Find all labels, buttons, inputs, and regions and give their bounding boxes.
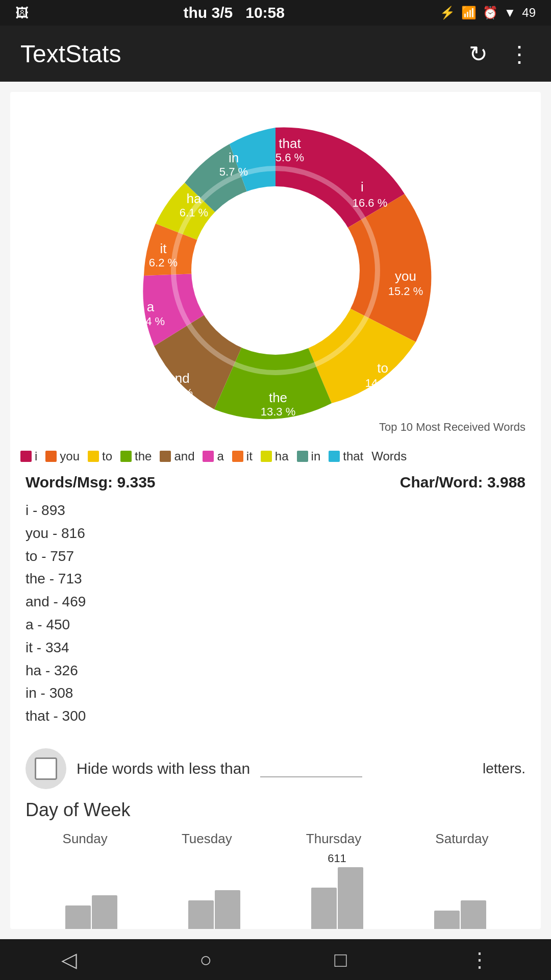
status-bar: 🖼 thu 3/5 10:58 ⚡ 📶 ⏰ ▼ 49 — [0, 0, 551, 26]
day-bars-container: 611 — [20, 852, 531, 929]
thursday-bar-1 — [311, 888, 337, 929]
thursday-bar-2 — [338, 867, 363, 929]
list-item: i - 893 — [26, 499, 525, 522]
label-you: you — [395, 268, 416, 284]
status-right: ⚡ 📶 ⏰ ▼ 49 — [440, 6, 536, 20]
label-i: i — [361, 179, 364, 194]
list-item: to - 757 — [26, 545, 525, 568]
legend-label-you: you — [60, 449, 80, 463]
day-labels: Sunday Tuesday Thursday Saturday — [20, 831, 531, 847]
legend-color-in — [297, 451, 308, 462]
sunday-bars — [31, 895, 152, 929]
day-of-week-title: Day of Week — [26, 799, 525, 821]
nav-more-button[interactable]: ⋮ — [469, 948, 490, 971]
legend-in: in — [297, 449, 321, 463]
hide-words-label: Hide words with less than — [77, 760, 250, 777]
tuesday-bar-1 — [188, 900, 214, 929]
legend-label-that: that — [343, 449, 363, 463]
legend-it: it — [232, 449, 253, 463]
legend-that: that — [329, 449, 363, 463]
wifi-icon: ▼ — [504, 6, 516, 20]
legend-color-it — [232, 451, 243, 462]
status-clock: 10:58 — [245, 4, 285, 21]
legend-the: the — [120, 449, 152, 463]
legend-color-ha — [261, 451, 272, 462]
refresh-button[interactable]: ↻ — [469, 41, 488, 67]
saturday-bars — [399, 900, 520, 929]
day-label-tuesday: Tuesday — [182, 831, 232, 847]
app-bar-actions: ↻ ⋮ — [469, 41, 531, 67]
legend-to: to — [88, 449, 112, 463]
stats-row: Words/Msg: 9.335 Char/Word: 3.988 — [20, 474, 531, 491]
hide-words-row: Hide words with less than letters. — [20, 748, 531, 789]
label-ha: ha — [187, 191, 202, 206]
pct-that: 5.6 % — [276, 151, 304, 164]
list-item: it - 334 — [26, 636, 525, 659]
sunday-bar-1 — [65, 905, 91, 929]
legend-color-that — [329, 451, 340, 462]
battery-icon: 49 — [522, 6, 536, 20]
label-and: and — [167, 371, 189, 386]
pct-to: 14.1 % — [365, 377, 400, 389]
bluetooth-icon: ⚡ — [440, 6, 455, 20]
day-label-thursday: Thursday — [306, 831, 361, 847]
day-label-saturday: Saturday — [435, 831, 488, 847]
status-left: 🖼 — [15, 5, 29, 21]
words-per-msg: Words/Msg: 9.335 — [26, 474, 156, 491]
label-to: to — [377, 360, 388, 376]
legend-color-i — [20, 451, 32, 462]
hide-words-input[interactable] — [260, 760, 362, 777]
legend-and: and — [160, 449, 194, 463]
donut-chart-container: i 16.6 % you 15.2 % to 14.1 % the 13.3 %… — [20, 102, 531, 439]
legend-ha: ha — [261, 449, 289, 463]
donut-chart: i 16.6 % you 15.2 % to 14.1 % the 13.3 %… — [112, 107, 439, 434]
back-button[interactable]: ◁ — [61, 948, 77, 971]
pct-i: 16.6 % — [353, 197, 388, 209]
pct-you: 15.2 % — [388, 285, 423, 298]
list-item: the - 713 — [26, 568, 525, 591]
legend-i: i — [20, 449, 37, 463]
legend-label-ha: ha — [275, 449, 289, 463]
thursday-bar-label: 611 — [328, 852, 346, 865]
legend-label-to: to — [102, 449, 112, 463]
chart-legend: i you to the and a it ha — [20, 449, 531, 463]
donut-hole — [191, 186, 360, 355]
legend-color-the — [120, 451, 132, 462]
chart-title: Top 10 Most Received Words — [379, 421, 525, 434]
label-the: the — [269, 390, 287, 405]
legend-words-label: Words — [371, 449, 407, 463]
legend-color-to — [88, 451, 99, 462]
list-item: you - 816 — [26, 522, 525, 545]
saturday-bar-2 — [461, 900, 486, 929]
pct-ha: 6.1 % — [180, 206, 208, 219]
checkbox-inner — [35, 757, 57, 780]
word-list: i - 893 you - 816 to - 757 the - 713 and… — [20, 499, 531, 728]
label-a: a — [147, 299, 155, 314]
legend-label-it: it — [246, 449, 253, 463]
recents-button[interactable]: □ — [335, 948, 347, 971]
signal-icon: 📶 — [461, 6, 477, 20]
day-label-sunday: Sunday — [63, 831, 108, 847]
legend-label-and: and — [174, 449, 194, 463]
nav-bar: ◁ ○ □ ⋮ — [0, 939, 551, 980]
list-item: a - 450 — [26, 614, 525, 636]
tuesday-bar-2 — [215, 890, 240, 929]
legend-label-the: the — [135, 449, 152, 463]
thursday-bars: 611 — [277, 867, 397, 929]
home-button[interactable]: ○ — [199, 948, 212, 971]
label-it: it — [160, 241, 167, 256]
status-date: thu 3/5 — [184, 4, 233, 21]
status-time: thu 3/5 10:58 — [184, 4, 285, 21]
legend-color-you — [45, 451, 57, 462]
pct-and: 8.7 % — [164, 386, 193, 399]
label-in: in — [229, 150, 239, 165]
legend-label-in: in — [311, 449, 321, 463]
more-options-button[interactable]: ⋮ — [508, 41, 531, 67]
list-item: ha - 326 — [26, 659, 525, 682]
legend-you: you — [45, 449, 80, 463]
legend-color-and — [160, 451, 171, 462]
char-per-word: Char/Word: 3.988 — [400, 474, 525, 491]
checkbox-button[interactable] — [26, 748, 66, 789]
list-item: and - 469 — [26, 591, 525, 614]
pct-the: 13.3 % — [261, 405, 296, 418]
